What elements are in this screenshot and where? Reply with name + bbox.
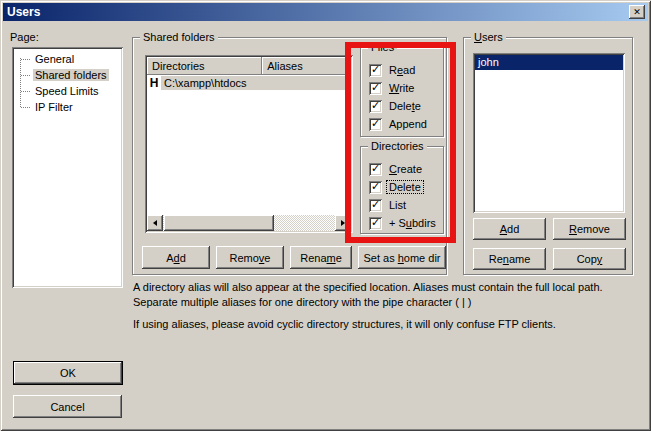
page-list: General Shared folders Speed Limits IP F… — [12, 47, 123, 288]
close-icon: ✕ — [633, 7, 641, 17]
list-header: Directories Aliases — [147, 57, 351, 75]
page-item-general[interactable]: General — [12, 51, 123, 67]
tree-branch-icon — [21, 75, 30, 76]
checkbox-label: Delete — [387, 100, 423, 112]
ok-button[interactable]: OK — [13, 361, 123, 385]
page-item-speed-limits[interactable]: Speed Limits — [12, 83, 123, 99]
remove-folder-button[interactable]: Remove — [216, 246, 284, 269]
add-folder-button[interactable]: Add — [142, 246, 210, 269]
column-header-filler — [346, 57, 351, 75]
rename-user-button[interactable]: Rename — [473, 248, 546, 270]
checkbox-icon: ✓ — [369, 82, 382, 95]
checkbox-dir-delete[interactable]: ✓ Delete — [361, 178, 443, 196]
checkbox-icon: ✓ — [369, 118, 382, 131]
checkbox-label: List — [387, 199, 408, 211]
scrollbar-thumb[interactable] — [164, 215, 274, 231]
checkbox-append[interactable]: ✓ Append — [361, 115, 443, 133]
users-group-label: Users — [471, 31, 506, 43]
button-label: Cancel — [50, 401, 84, 413]
tree-branch-icon — [21, 59, 30, 60]
copy-user-button[interactable]: Copy — [553, 248, 626, 270]
checkbox-label: Create — [387, 163, 424, 175]
shared-folders-list: Directories Aliases H C:\xampp\htdocs — [145, 55, 353, 233]
close-button[interactable]: ✕ — [629, 5, 645, 19]
set-home-dir-button[interactable]: Set as home dir — [358, 246, 446, 269]
alias-notes: A directory alias will also appear at th… — [133, 280, 635, 332]
cancel-button[interactable]: Cancel — [13, 395, 122, 418]
directories-permissions-group: Directories ✓ Create ✓ Delete ✓ List ✓ +… — [360, 146, 444, 234]
scroll-right-button[interactable] — [335, 215, 351, 231]
directory-path: C:\xampp\htdocs — [161, 76, 351, 90]
checkbox-icon: ✓ — [369, 217, 382, 230]
shared-folders-group-label: Shared folders — [140, 31, 218, 43]
window-title: Users — [7, 5, 40, 19]
left-arrow-icon — [153, 220, 157, 226]
checkbox-write[interactable]: ✓ Write — [361, 79, 443, 97]
add-user-button[interactable]: Add — [473, 218, 546, 240]
checkbox-label: Delete — [387, 181, 423, 193]
rename-folder-button[interactable]: Rename — [290, 246, 352, 269]
button-label: OK — [60, 367, 76, 379]
tree-branch-icon — [21, 107, 30, 108]
checkbox-label: + Subdirs — [387, 217, 438, 229]
checkbox-create[interactable]: ✓ Create — [361, 160, 443, 178]
checkbox-icon: ✓ — [369, 64, 382, 77]
button-label: Rename — [489, 253, 531, 265]
title-bar[interactable]: Users ✕ — [3, 3, 648, 21]
checkbox-label: Write — [387, 82, 416, 94]
page-item-ip-filter[interactable]: IP Filter — [12, 99, 123, 115]
checkbox-label: Append — [387, 118, 429, 130]
column-header-directories[interactable]: Directories — [147, 57, 262, 75]
horizontal-scrollbar[interactable] — [147, 215, 351, 231]
right-arrow-icon — [341, 220, 345, 226]
user-row-john[interactable]: john — [475, 55, 623, 70]
remove-user-button[interactable]: Remove — [553, 218, 626, 240]
button-label: Set as home dir — [363, 252, 440, 264]
checkbox-icon: ✓ — [369, 100, 382, 113]
users-group: Users john Add Remove Rename Copy — [463, 37, 633, 275]
files-permissions-group: Files ✓ Read ✓ Write ✓ Delete ✓ Append — [360, 47, 444, 137]
users-list: john — [473, 53, 625, 213]
button-label: Add — [500, 223, 520, 235]
checkbox-subdirs[interactable]: ✓ + Subdirs — [361, 214, 443, 232]
files-group-label: Files — [368, 41, 397, 53]
alias-note-2: If using aliases, please avoid cyclic di… — [133, 317, 635, 332]
checkbox-file-delete[interactable]: ✓ Delete — [361, 97, 443, 115]
button-label: Remove — [569, 223, 610, 235]
directories-group-label: Directories — [368, 140, 427, 152]
users-dialog: Users ✕ Page: General Shared folders Spe… — [0, 0, 651, 431]
tree-branch-icon — [21, 91, 30, 92]
checkbox-read[interactable]: ✓ Read — [361, 61, 443, 79]
scroll-left-button[interactable] — [147, 215, 163, 231]
checkbox-icon: ✓ — [369, 199, 382, 212]
page-item-shared-folders[interactable]: Shared folders — [12, 67, 123, 83]
shared-folder-row[interactable]: H C:\xampp\htdocs — [147, 75, 351, 91]
button-label: Remove — [230, 252, 271, 264]
column-header-aliases[interactable]: Aliases — [262, 57, 346, 75]
button-label: Add — [166, 252, 186, 264]
alias-note-1: A directory alias will also appear at th… — [133, 280, 635, 310]
page-label: Page: — [10, 31, 39, 43]
checkbox-icon: ✓ — [369, 163, 382, 176]
checkbox-icon: ✓ — [369, 181, 382, 194]
button-label: Rename — [300, 252, 342, 264]
checkbox-label: Read — [387, 64, 417, 76]
checkbox-list[interactable]: ✓ List — [361, 196, 443, 214]
home-dir-marker: H — [147, 76, 161, 90]
button-label: Copy — [577, 253, 603, 265]
